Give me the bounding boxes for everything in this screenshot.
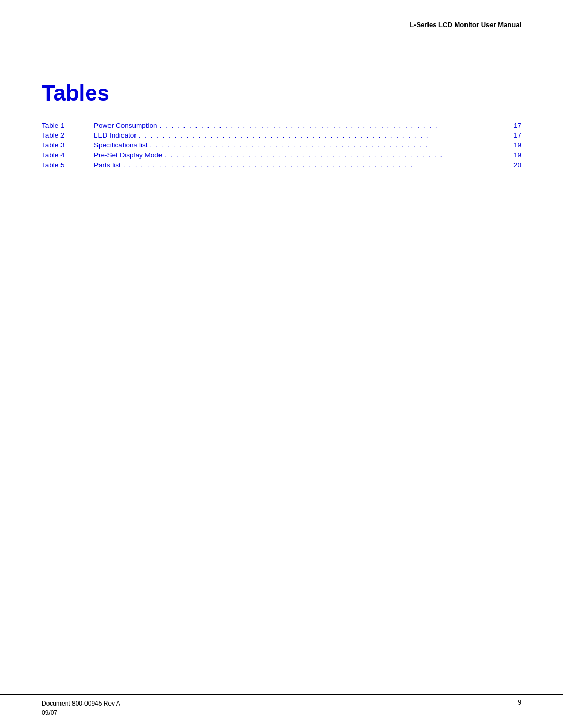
toc-entry: Specifications list . . . . . . . . . . … [94, 141, 521, 149]
toc-page-number[interactable]: 17 [513, 121, 521, 129]
toc-row[interactable]: Table 2LED Indicator . . . . . . . . . .… [42, 131, 521, 139]
header-title: L-Series LCD Monitor User Manual [410, 21, 521, 29]
page-container: L-Series LCD Monitor User Manual Tables … [0, 0, 563, 728]
toc-entry: LED Indicator . . . . . . . . . . . . . … [94, 131, 521, 139]
toc-entry: Parts list . . . . . . . . . . . . . . .… [94, 161, 521, 169]
toc-page-number[interactable]: 20 [513, 161, 521, 169]
toc-label[interactable]: Table 2 [42, 131, 94, 139]
toc-row[interactable]: Table 1Power Consumption . . . . . . . .… [42, 121, 521, 129]
toc-label[interactable]: Table 3 [42, 141, 94, 149]
toc-row[interactable]: Table 5Parts list . . . . . . . . . . . … [42, 161, 521, 169]
footer: Document 800-00945 Rev A 09/07 9 [0, 694, 563, 728]
toc-dots: . . . . . . . . . . . . . . . . . . . . … [164, 151, 511, 159]
toc-page-number[interactable]: 17 [513, 131, 521, 139]
toc-dots: . . . . . . . . . . . . . . . . . . . . … [150, 141, 511, 149]
toc-title[interactable]: Pre-Set Display Mode [94, 151, 162, 159]
toc-page-number[interactable]: 19 [513, 151, 521, 159]
toc-dots: . . . . . . . . . . . . . . . . . . . . … [123, 161, 511, 169]
toc-entry: Power Consumption . . . . . . . . . . . … [94, 121, 521, 129]
page-heading: Tables [42, 81, 521, 106]
main-content: Tables Table 1Power Consumption . . . . … [0, 29, 563, 694]
toc-title[interactable]: LED Indicator [94, 131, 137, 139]
toc-list: Table 1Power Consumption . . . . . . . .… [42, 121, 521, 169]
footer-date: 09/07 [42, 708, 120, 718]
footer-left: Document 800-00945 Rev A 09/07 [42, 699, 120, 718]
toc-row[interactable]: Table 4Pre-Set Display Mode . . . . . . … [42, 151, 521, 159]
toc-label[interactable]: Table 1 [42, 121, 94, 129]
toc-entry: Pre-Set Display Mode . . . . . . . . . .… [94, 151, 521, 159]
toc-title[interactable]: Parts list [94, 161, 121, 169]
header: L-Series LCD Monitor User Manual [0, 0, 563, 29]
toc-page-number[interactable]: 19 [513, 141, 521, 149]
toc-title[interactable]: Specifications list [94, 141, 148, 149]
toc-dots: . . . . . . . . . . . . . . . . . . . . … [160, 121, 511, 129]
toc-dots: . . . . . . . . . . . . . . . . . . . . … [139, 131, 511, 139]
footer-doc-number: Document 800-00945 Rev A [42, 699, 120, 708]
footer-page-number: 9 [518, 699, 521, 706]
toc-row[interactable]: Table 3Specifications list . . . . . . .… [42, 141, 521, 149]
toc-label[interactable]: Table 5 [42, 161, 94, 169]
toc-title[interactable]: Power Consumption [94, 121, 157, 129]
toc-label[interactable]: Table 4 [42, 151, 94, 159]
